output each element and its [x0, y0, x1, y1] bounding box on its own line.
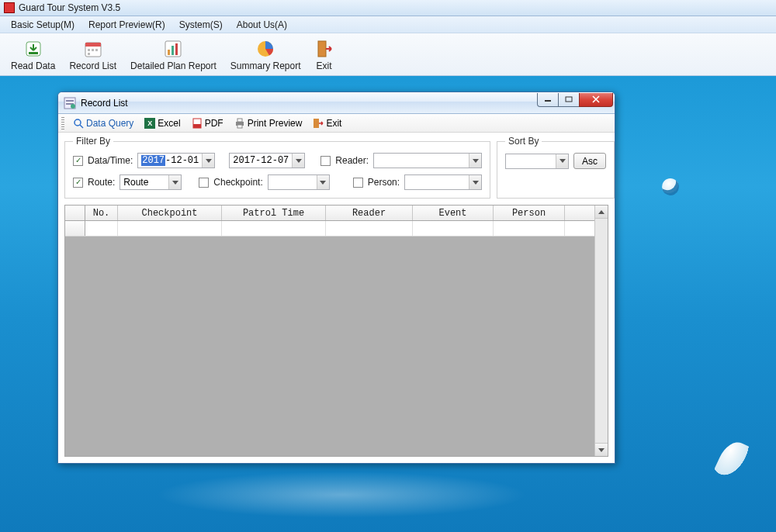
- excel-export-button[interactable]: X Excel: [140, 116, 185, 130]
- child-exit-button[interactable]: Exit: [308, 116, 346, 130]
- route-combo[interactable]: Route: [120, 174, 182, 190]
- sort-field-combo[interactable]: [505, 154, 569, 169]
- scroll-up-button[interactable]: [595, 206, 608, 219]
- print-preview-label: Print Preview: [248, 118, 303, 129]
- summary-report-button[interactable]: Summary Report: [229, 40, 303, 71]
- svg-rect-10: [171, 46, 174, 55]
- svg-rect-22: [193, 124, 201, 128]
- datetime-checkbox[interactable]: [73, 156, 83, 166]
- route-checkbox[interactable]: [73, 178, 83, 188]
- window-controls: [538, 93, 613, 109]
- desktop-decor: [660, 176, 681, 198]
- close-button[interactable]: [579, 93, 613, 107]
- exit-label: Exit: [317, 60, 332, 71]
- menu-about-us[interactable]: About Us(A): [237, 19, 287, 30]
- filter-area: Filter By Data/Time: 2017-12-01 2017-12-…: [58, 133, 615, 205]
- record-list-window: Record List Data Query X Excel PDF Print…: [57, 92, 615, 464]
- minimize-icon: [544, 96, 552, 102]
- child-title: Record List: [81, 98, 128, 109]
- menu-report-preview[interactable]: Report Preview(R): [88, 19, 165, 30]
- svg-rect-7: [88, 53, 90, 55]
- reader-checkbox[interactable]: [320, 156, 331, 166]
- svg-rect-24: [237, 119, 242, 122]
- grid-header: No. Checkpoint Patrol Time Reader Event …: [65, 206, 608, 221]
- reader-label: Reader:: [335, 155, 369, 166]
- svg-rect-19: [566, 97, 572, 102]
- svg-rect-26: [314, 119, 319, 128]
- reader-combo[interactable]: [373, 153, 482, 168]
- svg-rect-25: [237, 125, 242, 128]
- menu-basic-setup[interactable]: Basic Setup(M): [11, 19, 74, 30]
- svg-rect-18: [545, 100, 551, 102]
- child-exit-label: Exit: [326, 118, 341, 129]
- print-preview-button[interactable]: Print Preview: [230, 116, 307, 130]
- datetime-label: Data/Time:: [88, 155, 133, 166]
- scroll-down-button[interactable]: [595, 443, 608, 456]
- excel-label: Excel: [158, 118, 180, 129]
- maximize-button[interactable]: [558, 93, 580, 107]
- menubar: Basic Setup(M) Report Preview(R) System(…: [0, 16, 776, 33]
- maximize-icon: [565, 96, 573, 102]
- app-title: Guard Tour System V3.5: [19, 2, 120, 13]
- exit-button[interactable]: Exit: [314, 40, 335, 71]
- col-event[interactable]: Event: [413, 206, 494, 220]
- svg-rect-5: [92, 49, 94, 51]
- exit-door-icon: [315, 40, 334, 58]
- col-person[interactable]: Person: [494, 206, 565, 220]
- person-combo[interactable]: [404, 174, 482, 190]
- svg-rect-1: [29, 52, 38, 54]
- read-data-button[interactable]: Read Data: [9, 40, 57, 71]
- download-icon: [24, 40, 43, 58]
- pdf-icon: [192, 118, 203, 129]
- data-query-label: Data Query: [86, 118, 133, 129]
- data-query-button[interactable]: Data Query: [68, 116, 138, 130]
- date-to-input[interactable]: 2017-12-07: [229, 153, 305, 168]
- printer-icon: [234, 118, 245, 129]
- person-checkbox[interactable]: [353, 178, 363, 188]
- col-no[interactable]: No.: [85, 206, 118, 220]
- svg-rect-15: [66, 100, 74, 102]
- table-row[interactable]: [65, 221, 608, 237]
- checkpoint-label: Checkpoint:: [213, 177, 262, 188]
- col-patrol-time[interactable]: Patrol Time: [222, 206, 326, 220]
- child-toolbar: Data Query X Excel PDF Print Preview Exi…: [58, 114, 615, 133]
- app-titlebar: Guard Tour System V3.5: [0, 0, 776, 16]
- main-toolbar: Read Data Record List Detailed Plan Repo…: [0, 33, 776, 76]
- col-reader[interactable]: Reader: [326, 206, 413, 220]
- detailed-plan-report-button[interactable]: Detailed Plan Report: [129, 40, 218, 71]
- svg-rect-6: [95, 49, 98, 51]
- pdf-export-button[interactable]: PDF: [187, 116, 228, 130]
- svg-point-17: [71, 104, 75, 109]
- asc-button[interactable]: Asc: [573, 153, 606, 169]
- date-from-dropdown[interactable]: [202, 154, 214, 168]
- toolbar-grip: [61, 117, 64, 130]
- close-icon: [591, 95, 601, 103]
- search-icon: [73, 118, 84, 129]
- chevron-down-icon: [598, 448, 605, 452]
- svg-rect-13: [318, 41, 326, 57]
- child-titlebar[interactable]: Record List: [58, 92, 615, 114]
- sort-legend: Sort By: [505, 136, 542, 147]
- desktop-decor: [155, 472, 528, 518]
- person-label: Person:: [368, 177, 400, 188]
- chevron-up-icon: [598, 210, 605, 214]
- col-checkpoint[interactable]: Checkpoint: [118, 206, 222, 220]
- vertical-scrollbar[interactable]: [594, 206, 608, 456]
- date-from-input[interactable]: 2017-12-01: [137, 153, 215, 168]
- minimize-button[interactable]: [537, 93, 559, 107]
- svg-rect-4: [88, 49, 90, 51]
- menu-system[interactable]: System(S): [179, 19, 223, 30]
- pie-chart-icon: [256, 40, 275, 58]
- calendar-icon: [84, 40, 102, 58]
- filter-legend: Filter By: [73, 136, 113, 147]
- read-data-label: Read Data: [11, 60, 55, 71]
- date-to-dropdown[interactable]: [292, 154, 304, 168]
- checkpoint-checkbox[interactable]: [199, 178, 209, 188]
- app-icon: [4, 2, 15, 13]
- checkpoint-combo[interactable]: [268, 174, 330, 190]
- route-label: Route:: [88, 177, 115, 188]
- pdf-label: PDF: [205, 118, 223, 129]
- desktop-decor: [713, 437, 750, 481]
- summary-report-label: Summary Report: [230, 60, 301, 71]
- record-list-button[interactable]: Record List: [68, 40, 118, 71]
